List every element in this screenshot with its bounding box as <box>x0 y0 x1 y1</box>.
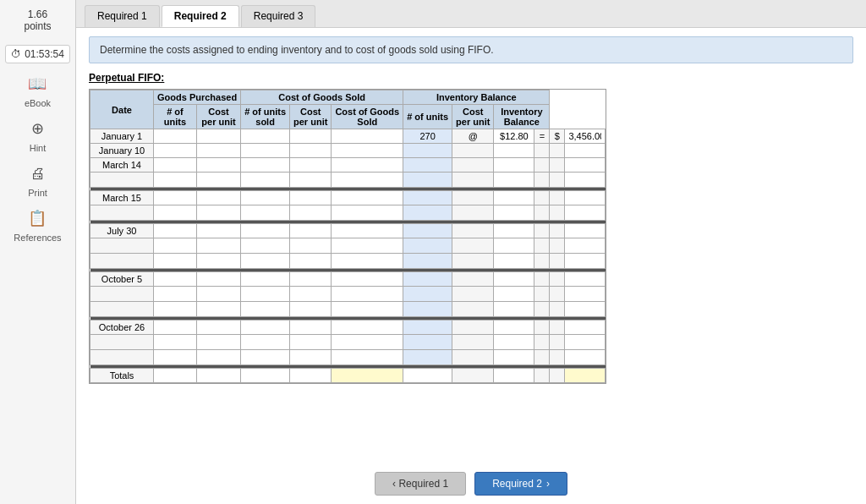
input-cell[interactable] <box>244 304 286 315</box>
input-cell[interactable] <box>157 353 193 363</box>
gp-cost-cell[interactable] <box>196 144 240 158</box>
cgs-cost-cell[interactable] <box>290 129 332 144</box>
inv-cost-input[interactable] <box>497 131 530 141</box>
input-cell[interactable] <box>497 256 530 266</box>
input-cell[interactable] <box>293 175 327 185</box>
inv-balance-cell[interactable] <box>565 129 606 144</box>
input-cell[interactable] <box>335 175 399 185</box>
gp-cost-input[interactable] <box>200 226 237 236</box>
inv-balance-input[interactable] <box>568 226 601 236</box>
totals-gp-cost[interactable] <box>200 370 237 381</box>
input-cell[interactable] <box>407 175 448 185</box>
inv-cost-input[interactable] <box>497 160 530 170</box>
cgs-units-input[interactable] <box>244 226 286 236</box>
cgs-cost-input[interactable] <box>293 274 327 284</box>
totals-cgs-total[interactable] <box>335 370 399 381</box>
input-cell[interactable] <box>497 304 530 315</box>
input-cell[interactable] <box>157 175 193 185</box>
input-cell[interactable] <box>157 304 193 315</box>
cgs-units-cell[interactable] <box>241 158 290 173</box>
inv-balance-input[interactable] <box>568 322 601 332</box>
cgs-total-input[interactable] <box>335 226 399 236</box>
input-cell[interactable] <box>244 208 286 218</box>
cgs-total-input[interactable] <box>335 160 399 170</box>
input-cell[interactable] <box>568 289 601 299</box>
input-cell[interactable] <box>200 256 237 266</box>
gp-units-cell[interactable] <box>154 129 197 144</box>
input-cell[interactable] <box>568 353 601 363</box>
inv-units-cell[interactable] <box>403 129 452 144</box>
input-cell[interactable] <box>157 256 193 266</box>
inv-balance-input[interactable] <box>568 160 601 170</box>
gp-units-input[interactable] <box>157 160 193 170</box>
tab-required1[interactable]: Required 1 <box>85 5 160 27</box>
gp-units-cell[interactable] <box>154 158 197 173</box>
inv-cost-input[interactable] <box>497 145 530 156</box>
sidebar-item-ebook[interactable]: 📖 eBook <box>25 72 51 108</box>
gp-cost-input[interactable] <box>200 160 237 170</box>
input-cell[interactable] <box>497 353 530 363</box>
input-cell[interactable] <box>407 353 448 363</box>
cgs-units-input[interactable] <box>244 131 286 141</box>
input-cell[interactable] <box>568 304 601 315</box>
input-cell[interactable] <box>293 208 327 218</box>
inv-units-input[interactable] <box>407 322 448 332</box>
input-cell[interactable] <box>407 208 448 218</box>
inv-balance-input[interactable] <box>568 274 601 284</box>
inv-balance-input[interactable] <box>568 131 601 141</box>
inv-cost-cell[interactable] <box>494 144 534 158</box>
gp-units-input[interactable] <box>157 193 193 203</box>
cgs-total-cell[interactable] <box>332 129 403 144</box>
cgs-cost-input[interactable] <box>293 145 327 156</box>
input-cell[interactable] <box>293 289 327 299</box>
inv-cost-input[interactable] <box>497 193 530 203</box>
gp-cost-input[interactable] <box>200 322 237 332</box>
inv-balance-input[interactable] <box>568 193 601 203</box>
cgs-cost-input[interactable] <box>293 160 327 170</box>
cgs-total-input[interactable] <box>335 145 399 156</box>
gp-units-input[interactable] <box>157 322 193 332</box>
totals-cgs-cost[interactable] <box>293 370 327 381</box>
inv-balance-cell[interactable] <box>565 144 606 158</box>
inv-cost-input[interactable] <box>497 322 530 332</box>
inv-units-input[interactable] <box>407 131 448 141</box>
input-cell[interactable] <box>407 241 448 251</box>
input-cell[interactable] <box>407 337 448 348</box>
inv-units-cell[interactable] <box>403 158 452 173</box>
input-cell[interactable] <box>200 353 237 363</box>
input-cell[interactable] <box>568 208 601 218</box>
inv-balance-cell[interactable] <box>565 158 606 173</box>
input-cell[interactable] <box>407 289 448 299</box>
input-cell[interactable] <box>293 304 327 315</box>
input-cell[interactable] <box>335 353 399 363</box>
input-cell[interactable] <box>200 241 237 251</box>
cgs-cost-input[interactable] <box>293 226 327 236</box>
input-cell[interactable] <box>293 241 327 251</box>
input-cell[interactable] <box>568 175 601 185</box>
sidebar-item-hint[interactable]: ⊕ Hint <box>26 117 50 153</box>
prev-button[interactable]: ‹ Required 1 <box>375 472 466 496</box>
input-cell[interactable] <box>568 241 601 251</box>
input-cell[interactable] <box>335 289 399 299</box>
input-cell[interactable] <box>157 241 193 251</box>
gp-units-input[interactable] <box>157 226 193 236</box>
input-cell[interactable] <box>568 337 601 348</box>
cgs-total-input[interactable] <box>335 322 399 332</box>
input-cell[interactable] <box>157 337 193 348</box>
input-cell[interactable] <box>497 337 530 348</box>
input-cell[interactable] <box>157 208 193 218</box>
input-cell[interactable] <box>293 256 327 266</box>
gp-cost-input[interactable] <box>200 131 237 141</box>
input-cell[interactable] <box>244 337 286 348</box>
input-cell[interactable] <box>407 304 448 315</box>
cgs-total-input[interactable] <box>335 274 399 284</box>
totals-gp-units[interactable] <box>157 370 193 381</box>
input-cell[interactable] <box>244 241 286 251</box>
input-cell[interactable] <box>244 256 286 266</box>
input-cell[interactable] <box>568 256 601 266</box>
input-cell[interactable] <box>200 208 237 218</box>
gp-units-input[interactable] <box>157 145 193 156</box>
cgs-units-input[interactable] <box>244 145 286 156</box>
input-cell[interactable] <box>293 353 327 363</box>
tab-required3[interactable]: Required 3 <box>241 5 316 27</box>
